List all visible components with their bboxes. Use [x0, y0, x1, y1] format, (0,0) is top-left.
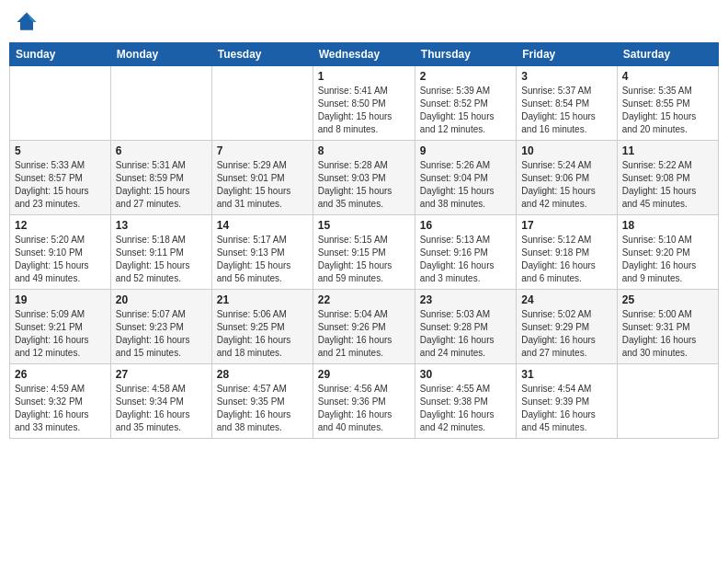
calendar-cell: 26Sunrise: 4:59 AM Sunset: 9:32 PM Dayli…	[10, 364, 111, 439]
weekday-header: Wednesday	[313, 43, 415, 66]
day-info: Sunrise: 4:55 AM Sunset: 9:38 PM Dayligh…	[420, 383, 511, 434]
day-number: 13	[116, 219, 207, 232]
calendar-cell: 21Sunrise: 5:06 AM Sunset: 9:25 PM Dayli…	[211, 290, 313, 364]
day-number: 2	[420, 70, 511, 83]
calendar-cell: 17Sunrise: 5:12 AM Sunset: 9:18 PM Dayli…	[517, 215, 617, 290]
day-info: Sunrise: 5:24 AM Sunset: 9:06 PM Dayligh…	[521, 159, 611, 211]
day-number: 15	[318, 219, 410, 232]
day-info: Sunrise: 5:03 AM Sunset: 9:28 PM Dayligh…	[420, 308, 511, 360]
day-info: Sunrise: 5:13 AM Sunset: 9:16 PM Dayligh…	[420, 234, 511, 285]
calendar-cell: 9Sunrise: 5:26 AM Sunset: 9:04 PM Daylig…	[415, 141, 516, 215]
calendar-cell: 6Sunrise: 5:31 AM Sunset: 8:59 PM Daylig…	[110, 141, 211, 215]
day-number: 6	[116, 144, 207, 157]
day-number: 17	[521, 219, 611, 232]
logo	[14, 9, 43, 35]
calendar-cell: 11Sunrise: 5:22 AM Sunset: 9:08 PM Dayli…	[617, 141, 718, 215]
calendar-cell: 2Sunrise: 5:39 AM Sunset: 8:52 PM Daylig…	[415, 66, 516, 141]
day-info: Sunrise: 4:59 AM Sunset: 9:32 PM Dayligh…	[15, 383, 106, 434]
calendar-cell: 24Sunrise: 5:02 AM Sunset: 9:29 PM Dayli…	[517, 290, 617, 364]
calendar-cell: 1Sunrise: 5:41 AM Sunset: 8:50 PM Daylig…	[313, 66, 415, 141]
day-info: Sunrise: 4:56 AM Sunset: 9:36 PM Dayligh…	[318, 383, 410, 434]
day-number: 8	[318, 144, 410, 157]
day-info: Sunrise: 5:09 AM Sunset: 9:21 PM Dayligh…	[15, 308, 106, 360]
weekday-header: Saturday	[617, 43, 718, 66]
calendar-cell: 10Sunrise: 5:24 AM Sunset: 9:06 PM Dayli…	[517, 141, 617, 215]
day-info: Sunrise: 5:26 AM Sunset: 9:04 PM Dayligh…	[420, 159, 511, 211]
day-info: Sunrise: 5:06 AM Sunset: 9:25 PM Dayligh…	[217, 308, 308, 360]
calendar-cell: 27Sunrise: 4:58 AM Sunset: 9:34 PM Dayli…	[110, 364, 211, 439]
day-number: 24	[521, 293, 611, 306]
calendar-cell: 25Sunrise: 5:00 AM Sunset: 9:31 PM Dayli…	[617, 290, 718, 364]
calendar-week-row: 12Sunrise: 5:20 AM Sunset: 9:10 PM Dayli…	[10, 215, 719, 290]
day-number: 31	[521, 368, 611, 381]
calendar-cell: 8Sunrise: 5:28 AM Sunset: 9:03 PM Daylig…	[313, 141, 415, 215]
day-number: 20	[116, 293, 207, 306]
calendar-cell: 4Sunrise: 5:35 AM Sunset: 8:55 PM Daylig…	[617, 66, 718, 141]
day-info: Sunrise: 5:20 AM Sunset: 9:10 PM Dayligh…	[15, 234, 106, 285]
weekday-header: Tuesday	[211, 43, 313, 66]
day-info: Sunrise: 4:54 AM Sunset: 9:39 PM Dayligh…	[521, 383, 611, 434]
calendar-cell: 7Sunrise: 5:29 AM Sunset: 9:01 PM Daylig…	[211, 141, 313, 215]
calendar-cell: 14Sunrise: 5:17 AM Sunset: 9:13 PM Dayli…	[211, 215, 313, 290]
calendar-table: SundayMondayTuesdayWednesdayThursdayFrid…	[9, 42, 719, 439]
day-number: 1	[318, 70, 410, 83]
calendar-cell: 31Sunrise: 4:54 AM Sunset: 9:39 PM Dayli…	[517, 364, 617, 439]
calendar-week-row: 26Sunrise: 4:59 AM Sunset: 9:32 PM Dayli…	[10, 364, 719, 439]
calendar-cell: 28Sunrise: 4:57 AM Sunset: 9:35 PM Dayli…	[211, 364, 313, 439]
calendar-cell: 15Sunrise: 5:15 AM Sunset: 9:15 PM Dayli…	[313, 215, 415, 290]
day-info: Sunrise: 5:39 AM Sunset: 8:52 PM Dayligh…	[420, 85, 511, 136]
day-info: Sunrise: 5:00 AM Sunset: 9:31 PM Dayligh…	[622, 308, 713, 360]
day-number: 29	[318, 368, 410, 381]
calendar-cell: 13Sunrise: 5:18 AM Sunset: 9:11 PM Dayli…	[110, 215, 211, 290]
calendar-cell: 16Sunrise: 5:13 AM Sunset: 9:16 PM Dayli…	[415, 215, 516, 290]
day-number: 3	[521, 70, 611, 83]
day-number: 7	[217, 144, 308, 157]
day-number: 16	[420, 219, 511, 232]
day-info: Sunrise: 5:12 AM Sunset: 9:18 PM Dayligh…	[521, 234, 611, 285]
day-number: 22	[318, 293, 410, 306]
calendar-cell	[110, 66, 211, 141]
day-info: Sunrise: 5:33 AM Sunset: 8:57 PM Dayligh…	[15, 159, 106, 211]
calendar-week-row: 5Sunrise: 5:33 AM Sunset: 8:57 PM Daylig…	[10, 141, 719, 215]
day-number: 14	[217, 219, 308, 232]
calendar-cell	[617, 364, 718, 439]
logo-icon	[14, 9, 40, 35]
day-number: 9	[420, 144, 511, 157]
day-number: 12	[15, 219, 106, 232]
day-number: 21	[217, 293, 308, 306]
calendar-cell: 30Sunrise: 4:55 AM Sunset: 9:38 PM Dayli…	[415, 364, 516, 439]
day-info: Sunrise: 5:17 AM Sunset: 9:13 PM Dayligh…	[217, 234, 308, 285]
day-number: 27	[116, 368, 207, 381]
calendar-week-row: 1Sunrise: 5:41 AM Sunset: 8:50 PM Daylig…	[10, 66, 719, 141]
calendar-cell: 3Sunrise: 5:37 AM Sunset: 8:54 PM Daylig…	[517, 66, 617, 141]
day-info: Sunrise: 5:35 AM Sunset: 8:55 PM Dayligh…	[622, 85, 713, 136]
day-info: Sunrise: 5:10 AM Sunset: 9:20 PM Dayligh…	[622, 234, 713, 285]
day-number: 19	[15, 293, 106, 306]
day-number: 11	[622, 144, 713, 157]
calendar-cell: 18Sunrise: 5:10 AM Sunset: 9:20 PM Dayli…	[617, 215, 718, 290]
calendar-cell: 29Sunrise: 4:56 AM Sunset: 9:36 PM Dayli…	[313, 364, 415, 439]
day-info: Sunrise: 4:57 AM Sunset: 9:35 PM Dayligh…	[217, 383, 308, 434]
calendar-cell	[10, 66, 111, 141]
day-info: Sunrise: 4:58 AM Sunset: 9:34 PM Dayligh…	[116, 383, 207, 434]
day-info: Sunrise: 5:29 AM Sunset: 9:01 PM Dayligh…	[217, 159, 308, 211]
day-number: 25	[622, 293, 713, 306]
weekday-header: Monday	[110, 43, 211, 66]
day-number: 26	[15, 368, 106, 381]
day-number: 18	[622, 219, 713, 232]
day-number: 10	[521, 144, 611, 157]
weekday-header: Thursday	[415, 43, 516, 66]
calendar-cell: 12Sunrise: 5:20 AM Sunset: 9:10 PM Dayli…	[10, 215, 111, 290]
calendar-cell: 5Sunrise: 5:33 AM Sunset: 8:57 PM Daylig…	[10, 141, 111, 215]
day-info: Sunrise: 5:31 AM Sunset: 8:59 PM Dayligh…	[116, 159, 207, 211]
day-info: Sunrise: 5:02 AM Sunset: 9:29 PM Dayligh…	[521, 308, 611, 360]
day-number: 23	[420, 293, 511, 306]
day-info: Sunrise: 5:22 AM Sunset: 9:08 PM Dayligh…	[622, 159, 713, 211]
calendar-week-row: 19Sunrise: 5:09 AM Sunset: 9:21 PM Dayli…	[10, 290, 719, 364]
day-info: Sunrise: 5:07 AM Sunset: 9:23 PM Dayligh…	[116, 308, 207, 360]
day-info: Sunrise: 5:04 AM Sunset: 9:26 PM Dayligh…	[318, 308, 410, 360]
day-info: Sunrise: 5:28 AM Sunset: 9:03 PM Dayligh…	[318, 159, 410, 211]
calendar-cell: 19Sunrise: 5:09 AM Sunset: 9:21 PM Dayli…	[10, 290, 111, 364]
weekday-header-row: SundayMondayTuesdayWednesdayThursdayFrid…	[10, 43, 719, 66]
page-header	[9, 9, 719, 35]
